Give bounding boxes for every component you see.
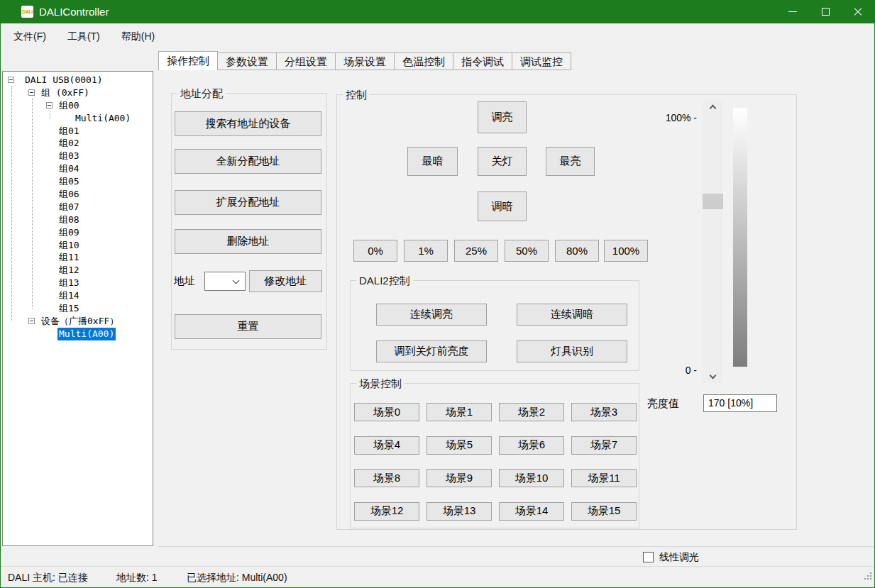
menu-help[interactable]: 帮助(H) xyxy=(117,28,159,45)
tree-item-group13[interactable]: 组13 xyxy=(57,277,81,289)
assign-new-addresses-button[interactable]: 全新分配地址 xyxy=(175,149,321,174)
tree-item-group06[interactable]: 组06 xyxy=(57,188,81,201)
tree-item-group07[interactable]: 组07 xyxy=(57,201,81,213)
scene-12-button[interactable]: 场景12 xyxy=(354,502,419,521)
scene-3-button[interactable]: 场景3 xyxy=(571,403,637,421)
status-address-count: 地址数: 1 xyxy=(116,572,158,584)
darkest-button[interactable]: 最暗 xyxy=(407,147,458,176)
minimize-button[interactable] xyxy=(776,0,809,23)
tree-item-group04[interactable]: 组04 xyxy=(57,162,81,175)
tree-row: 组10 xyxy=(3,239,153,252)
tree-expander-icon[interactable] xyxy=(28,89,35,96)
tree-item-group02[interactable]: 组02 xyxy=(57,137,81,150)
scene-11-button[interactable]: 场景11 xyxy=(571,469,637,487)
brightest-button[interactable]: 最亮 xyxy=(546,147,595,176)
scene-9-button[interactable]: 场景9 xyxy=(427,469,492,487)
tree-item-group00[interactable]: 组00 xyxy=(57,99,81,112)
brightness-scrollbar-thumb[interactable] xyxy=(703,194,723,209)
tree-row: 组07 xyxy=(3,201,153,213)
tree-item-group01[interactable]: 组01 xyxy=(57,125,81,138)
tab-debug-monitor[interactable]: 调试监控 xyxy=(512,52,571,70)
scene-1-button[interactable]: 场景1 xyxy=(427,403,492,421)
recall-last-level-button[interactable]: 调到关灯前亮度 xyxy=(376,340,487,362)
tab-grouping-settings[interactable]: 分组设置 xyxy=(276,52,336,70)
tree-item-group11[interactable]: 组11 xyxy=(57,251,81,264)
extend-assign-addresses-button[interactable]: 扩展分配地址 xyxy=(175,190,321,215)
percent-25-button[interactable]: 25% xyxy=(454,240,498,262)
tree-item-group15[interactable]: 组15 xyxy=(57,302,81,315)
scene-5-button[interactable]: 场景5 xyxy=(427,436,492,455)
brightness-scrollbar[interactable] xyxy=(703,100,723,383)
tab-color-temp-control[interactable]: 色温控制 xyxy=(394,52,453,70)
status-bar: DALI 主机: 已连接 地址数: 1 已选择地址: Multi(A00) xyxy=(1,566,874,587)
tree-item-group09[interactable]: 组09 xyxy=(57,226,81,239)
light-off-button[interactable]: 关灯 xyxy=(478,147,527,176)
tree-item-group08[interactable]: 组08 xyxy=(57,213,81,226)
scene-7-button[interactable]: 场景7 xyxy=(571,436,637,455)
tab-scene-settings[interactable]: 场景设置 xyxy=(335,52,395,70)
linear-dimming-checkbox[interactable] xyxy=(643,552,654,562)
tree-row: 组12 xyxy=(3,264,153,277)
tab-bar: 操作控制 参数设置 分组设置 场景设置 色温控制 指令调试 调试监控 xyxy=(158,51,571,70)
tree-item-group03[interactable]: 组03 xyxy=(57,150,81,162)
menu-file[interactable]: 文件(F) xyxy=(9,28,50,45)
scene-0-button[interactable]: 场景0 xyxy=(354,403,419,421)
tree-item-devices-broadcast[interactable]: 设备（广播0xFF） xyxy=(40,315,120,328)
close-button[interactable] xyxy=(842,0,874,23)
tree-row: Multi(A00) xyxy=(3,112,153,125)
tree-row: DALI USB(0001) xyxy=(3,74,153,87)
maximize-icon xyxy=(822,8,830,16)
menu-tools[interactable]: 工具(T) xyxy=(63,28,104,45)
modify-address-button[interactable]: 修改地址 xyxy=(249,270,322,292)
tree-item-multi-a00[interactable]: Multi(A00) xyxy=(74,112,132,125)
tree-item-group14[interactable]: 组14 xyxy=(57,289,81,302)
maximize-button[interactable] xyxy=(809,0,842,23)
brightness-value-field[interactable]: 170 [10%] xyxy=(703,394,777,412)
tree-item-group10[interactable]: 组10 xyxy=(57,239,81,252)
tree-row: 组14 xyxy=(3,289,153,302)
tab-operation-control[interactable]: 操作控制 xyxy=(158,51,218,70)
dim-up-button[interactable]: 调亮 xyxy=(478,101,527,133)
scroll-up-button[interactable] xyxy=(703,100,723,113)
scene-8-button[interactable]: 场景8 xyxy=(354,469,419,487)
tree-item-group05[interactable]: 组05 xyxy=(57,175,81,188)
options-row: 线性调光 xyxy=(1,547,874,566)
dim-down-button[interactable]: 调暗 xyxy=(478,192,527,221)
scene-13-button[interactable]: 场景13 xyxy=(427,502,492,521)
percent-0-button[interactable]: 0% xyxy=(353,240,397,262)
window-title: DALIController xyxy=(39,6,109,18)
resize-grip-icon[interactable] xyxy=(864,572,872,580)
tree-expander-icon[interactable] xyxy=(28,318,35,324)
scene-control-group-title: 场景控制 xyxy=(356,377,405,390)
continuous-dim-up-button[interactable]: 连续调亮 xyxy=(376,304,487,326)
tree-item-group-root[interactable]: 组 (0xFF) xyxy=(40,87,91,99)
tree-expander-icon[interactable] xyxy=(46,102,53,109)
percent-50-button[interactable]: 50% xyxy=(505,240,549,262)
percent-100-button[interactable]: 100% xyxy=(604,240,648,262)
scene-15-button[interactable]: 场景15 xyxy=(571,502,637,521)
scroll-down-button[interactable] xyxy=(703,370,723,383)
scene-2-button[interactable]: 场景2 xyxy=(499,403,564,421)
tree-row: 组05 xyxy=(3,175,153,188)
tree-item-dali-usb[interactable]: DALI USB(0001) xyxy=(23,74,104,87)
tab-parameter-settings[interactable]: 参数设置 xyxy=(217,52,277,70)
luminaire-identify-button[interactable]: 灯具识别 xyxy=(517,340,627,362)
tree-item-group12[interactable]: 组12 xyxy=(57,264,81,277)
brightness-min-label: 0 - xyxy=(651,365,697,376)
tree-expander-icon[interactable] xyxy=(8,77,14,83)
percent-1-button[interactable]: 1% xyxy=(404,240,448,262)
scene-14-button[interactable]: 场景14 xyxy=(499,502,564,521)
reset-button[interactable]: 重置 xyxy=(175,314,321,339)
scene-6-button[interactable]: 场景6 xyxy=(499,436,564,455)
delete-address-button[interactable]: 删除地址 xyxy=(175,229,321,254)
address-allocation-group-title: 地址分配 xyxy=(177,87,226,100)
scene-4-button[interactable]: 场景4 xyxy=(354,436,419,455)
percent-80-button[interactable]: 80% xyxy=(555,240,599,262)
search-addressed-devices-button[interactable]: 搜索有地址的设备 xyxy=(175,111,321,136)
address-combobox[interactable] xyxy=(204,272,246,291)
continuous-dim-down-button[interactable]: 连续调暗 xyxy=(517,304,627,326)
scene-10-button[interactable]: 场景10 xyxy=(499,469,564,487)
tab-command-debug[interactable]: 指令调试 xyxy=(453,52,512,70)
chevron-down-icon xyxy=(710,372,717,379)
tree-item-multi-a00-selected[interactable]: Multi(A00) xyxy=(57,328,116,340)
